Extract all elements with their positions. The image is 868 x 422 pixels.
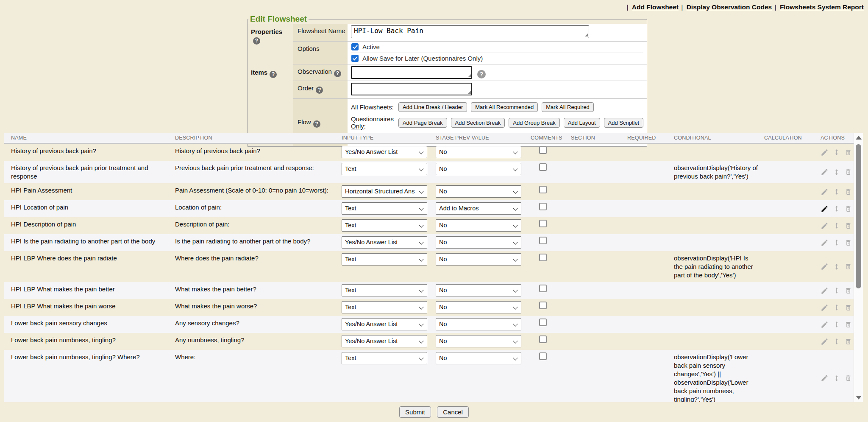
observation-help-icon[interactable]: ? (334, 70, 341, 77)
comments-checkbox[interactable] (539, 186, 547, 193)
stage-prev-value-select[interactable]: No (436, 146, 521, 158)
delete-trash-icon[interactable] (845, 338, 852, 346)
move-up-down-icon[interactable] (833, 320, 840, 329)
comments-checkbox[interactable] (539, 146, 547, 154)
flowsheet-name-input[interactable]: HPI-Low Back Pain (351, 25, 589, 38)
edit-pencil-icon[interactable] (821, 374, 829, 382)
input-type-select[interactable]: Yes/No Answer List (342, 236, 427, 249)
move-up-down-icon[interactable] (833, 187, 840, 196)
delete-trash-icon[interactable] (845, 239, 852, 247)
comments-checkbox[interactable] (539, 163, 547, 171)
order-help-icon[interactable]: ? (316, 87, 323, 94)
add-line-break-header-button[interactable]: Add Line Break / Header (398, 102, 467, 112)
delete-trash-icon[interactable] (845, 287, 852, 295)
input-type-select[interactable]: Text (342, 163, 427, 175)
edit-pencil-icon[interactable] (821, 263, 829, 271)
delete-trash-icon[interactable] (845, 222, 852, 230)
comments-checkbox[interactable] (539, 335, 547, 343)
add-page-break-button[interactable]: Add Page Break (398, 118, 447, 128)
input-type-select[interactable]: Horizontal Structured Ans (342, 185, 427, 198)
flow-help-icon[interactable]: ? (313, 120, 320, 128)
add-flowsheet-link[interactable]: Add Flowsheet (632, 3, 679, 11)
allow-save-checkbox[interactable] (351, 55, 359, 62)
comments-checkbox[interactable] (539, 302, 547, 309)
comments-checkbox[interactable] (539, 203, 547, 210)
properties-help-icon[interactable]: ? (253, 37, 260, 45)
scroll-down-button[interactable] (854, 393, 863, 402)
move-up-down-icon[interactable] (833, 204, 840, 213)
move-up-down-icon[interactable] (833, 168, 840, 176)
move-up-down-icon[interactable] (833, 374, 840, 383)
delete-trash-icon[interactable] (845, 321, 852, 329)
move-up-down-icon[interactable] (833, 263, 840, 271)
move-up-down-icon[interactable] (833, 303, 840, 312)
move-up-down-icon[interactable] (833, 337, 840, 346)
edit-pencil-icon[interactable] (821, 338, 829, 346)
stage-prev-value-select[interactable]: No (436, 236, 521, 249)
comments-checkbox[interactable] (539, 285, 547, 292)
stage-prev-value-select[interactable]: No (436, 352, 521, 364)
edit-pencil-icon[interactable] (821, 205, 829, 213)
input-type-select[interactable]: Text (342, 202, 427, 215)
stage-prev-value-select[interactable]: No (436, 301, 521, 313)
add-layout-button[interactable]: Add Layout (564, 118, 600, 128)
input-type-select[interactable]: Text (342, 219, 427, 232)
stage-prev-value-select[interactable]: Add to Macros (436, 202, 521, 215)
move-up-down-icon[interactable] (833, 286, 840, 295)
delete-trash-icon[interactable] (845, 168, 852, 176)
delete-trash-icon[interactable] (845, 304, 852, 312)
stage-prev-value-select[interactable]: No (436, 219, 521, 232)
stage-prev-value-select[interactable]: No (436, 185, 521, 198)
scrollbar-thumb[interactable] (856, 144, 861, 288)
add-scriptlet-button[interactable]: Add Scriptlet (604, 118, 644, 128)
scroll-up-button[interactable] (854, 133, 863, 142)
edit-pencil-icon[interactable] (821, 321, 829, 329)
edit-pencil-icon[interactable] (821, 304, 829, 312)
mark-all-required-button[interactable]: Mark All Required (542, 102, 594, 112)
delete-trash-icon[interactable] (845, 374, 852, 382)
move-up-down-icon[interactable] (833, 148, 840, 157)
stage-prev-value-select[interactable]: No (436, 253, 521, 265)
input-type-select[interactable]: Yes/No Answer List (342, 146, 427, 158)
comments-checkbox[interactable] (539, 319, 547, 326)
input-type-select[interactable]: Text (342, 284, 427, 296)
observation-info-icon[interactable]: ? (477, 70, 486, 78)
delete-trash-icon[interactable] (845, 205, 852, 213)
comments-checkbox[interactable] (539, 237, 547, 244)
cancel-button[interactable]: Cancel (437, 406, 469, 418)
stage-prev-value-select[interactable]: No (436, 163, 521, 175)
stage-prev-value-select[interactable]: No (436, 284, 521, 296)
comments-checkbox[interactable] (539, 352, 547, 360)
comments-checkbox[interactable] (539, 254, 547, 261)
active-checkbox[interactable] (351, 43, 359, 50)
edit-pencil-icon[interactable] (821, 222, 829, 230)
mark-all-recommended-button[interactable]: Mark All Recommended (471, 102, 538, 112)
move-up-down-icon[interactable] (833, 238, 840, 247)
add-section-break-button[interactable]: Add Section Break (451, 118, 505, 128)
delete-trash-icon[interactable] (845, 263, 852, 271)
delete-trash-icon[interactable] (845, 148, 852, 157)
edit-pencil-icon[interactable] (821, 188, 829, 196)
flowsheets-system-report-link[interactable]: Flowsheets System Report (780, 3, 864, 11)
display-observation-codes-link[interactable]: Display Observation Codes (687, 3, 772, 11)
input-type-select[interactable]: Text (342, 253, 427, 265)
comments-checkbox[interactable] (539, 220, 547, 227)
input-type-select[interactable]: Text (342, 301, 427, 313)
items-help-icon[interactable]: ? (270, 71, 277, 78)
observation-input[interactable] (351, 66, 472, 79)
delete-trash-icon[interactable] (845, 188, 852, 196)
add-group-break-button[interactable]: Add Group Break (509, 118, 559, 128)
move-up-down-icon[interactable] (833, 221, 840, 230)
stage-prev-value-select[interactable]: No (436, 318, 521, 330)
input-type-select[interactable]: Text (342, 352, 427, 364)
submit-button[interactable]: Submit (399, 406, 431, 418)
edit-pencil-icon[interactable] (821, 239, 829, 247)
order-input[interactable] (351, 83, 472, 95)
edit-pencil-icon[interactable] (821, 287, 829, 295)
input-type-select[interactable]: Yes/No Answer List (342, 318, 427, 330)
input-type-select[interactable]: Yes/No Answer List (342, 335, 427, 347)
edit-pencil-icon[interactable] (821, 148, 829, 157)
stage-prev-value-select[interactable]: No (436, 335, 521, 347)
edit-pencil-icon[interactable] (821, 168, 829, 176)
vertical-scrollbar[interactable] (854, 133, 863, 402)
